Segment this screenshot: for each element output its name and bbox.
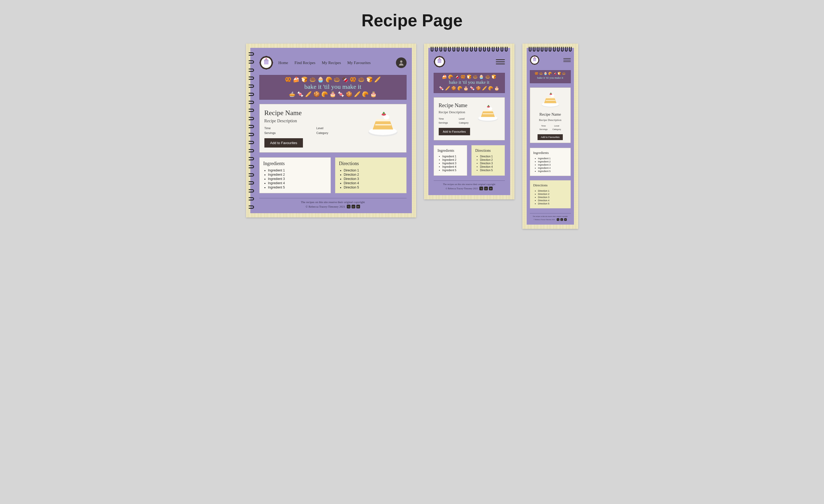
sweets-row-top: 🥨 🍰 🍞 🍩 🧁 🥐 🍩 🍫 🥨 🍩 🍞 🥖 bbox=[261, 77, 405, 82]
meta-servings: Servings bbox=[539, 128, 548, 130]
svg-point-55 bbox=[538, 62, 539, 63]
nav-my-recipes[interactable]: My Recipes bbox=[322, 61, 341, 65]
list-item: Ingredient 1 bbox=[268, 169, 327, 172]
footer-rule bbox=[530, 213, 571, 213]
linkedin-icon[interactable]: in bbox=[564, 218, 567, 221]
footer-copyright: The recipes on this site reserve their o… bbox=[530, 216, 571, 217]
recipe-name: Recipe Name bbox=[537, 112, 563, 117]
list-item: Ingredient 4 bbox=[442, 165, 463, 168]
svg-point-9 bbox=[269, 68, 270, 69]
directions-list: Direction 1 Direction 2 Direction 3 Dire… bbox=[476, 155, 501, 172]
footer-credit: © Rebecca Tracey-Timoney 2021 bbox=[446, 187, 478, 190]
svg-point-6 bbox=[271, 59, 272, 60]
add-to-favourites-button[interactable]: Add to Favourites bbox=[537, 134, 563, 140]
svg-rect-26 bbox=[437, 61, 441, 63]
github-icon[interactable]: ⌥ bbox=[557, 218, 559, 221]
svg-point-5 bbox=[269, 57, 270, 58]
nav-my-favourites[interactable]: My Favourites bbox=[347, 61, 371, 65]
svg-point-37 bbox=[434, 61, 435, 62]
list-item: Ingredient 2 bbox=[268, 173, 327, 177]
svg-point-36 bbox=[434, 64, 435, 65]
add-to-favourites-button[interactable]: Add to Favourites bbox=[265, 138, 303, 147]
github-icon[interactable]: ⌥ bbox=[479, 187, 483, 190]
svg-marker-66 bbox=[546, 97, 554, 98]
hamburger-menu-icon[interactable] bbox=[496, 58, 505, 66]
svg-point-56 bbox=[536, 64, 537, 64]
recipe-meta: Time Level Servings Category bbox=[265, 126, 361, 134]
ingredients-list: Ingredient 1 Ingredient 2 Ingredient 3 I… bbox=[438, 155, 463, 172]
site-logo[interactable] bbox=[530, 55, 539, 65]
nav-home[interactable]: Home bbox=[279, 61, 288, 65]
svg-point-34 bbox=[439, 67, 440, 68]
tablet-mockup: 🍰 🥐 🍫 🥨 🍞 🍩 🧁 🍩 🍞 bake it 'til you make … bbox=[424, 43, 514, 199]
chat-icon[interactable]: ▭ bbox=[351, 205, 355, 208]
svg-point-57 bbox=[534, 64, 535, 65]
banner-tagline: bake it 'til you make it bbox=[531, 76, 570, 79]
footer-copyright: The recipes on this site reserve their o… bbox=[260, 200, 407, 204]
svg-point-29 bbox=[441, 57, 442, 58]
linkedin-icon[interactable]: in bbox=[489, 187, 493, 190]
svg-point-31 bbox=[444, 61, 445, 62]
ingredients-panel: Ingredients Ingredient 1 Ingredient 2 In… bbox=[434, 145, 467, 176]
list-item: Ingredient 1 bbox=[538, 157, 567, 160]
svg-point-51 bbox=[534, 55, 535, 56]
recipe-description: Recipe Description bbox=[537, 118, 563, 121]
list-item: Direction 3 bbox=[480, 162, 501, 165]
linkedin-icon[interactable]: in bbox=[356, 205, 360, 208]
svg-point-58 bbox=[532, 64, 533, 64]
add-to-favourites-button[interactable]: Add to Favourites bbox=[439, 128, 470, 135]
list-item: Ingredient 5 bbox=[442, 169, 463, 172]
list-item: Direction 1 bbox=[344, 169, 403, 172]
svg-point-61 bbox=[530, 58, 531, 59]
svg-point-39 bbox=[436, 57, 437, 58]
list-item: Direction 3 bbox=[538, 196, 567, 199]
chat-icon[interactable]: ▭ bbox=[484, 187, 488, 190]
svg-rect-21 bbox=[375, 124, 391, 125]
sweets-row-top: 🥨 🍩 🧁 🥐 🍫 🍞 🍩 bbox=[531, 72, 570, 75]
nav-find-recipes[interactable]: Find Recipes bbox=[294, 61, 315, 65]
directions-list: Direction 1 Direction 2 Direction 3 Dire… bbox=[533, 190, 567, 205]
svg-marker-43 bbox=[483, 110, 493, 111]
ingredients-list: Ingredient 1 Ingredient 2 Ingredient 3 I… bbox=[263, 169, 327, 189]
site-logo[interactable] bbox=[260, 56, 273, 70]
svg-point-35 bbox=[436, 66, 437, 67]
ingredients-list: Ingredient 1 Ingredient 2 Ingredient 3 I… bbox=[533, 157, 567, 173]
hamburger-menu-icon[interactable] bbox=[563, 57, 571, 63]
svg-point-60 bbox=[530, 60, 531, 61]
svg-point-28 bbox=[439, 56, 440, 57]
svg-rect-44 bbox=[483, 113, 494, 114]
directions-panel: Directions Direction 1 Direction 2 Direc… bbox=[335, 158, 407, 193]
meta-level: Level bbox=[316, 126, 361, 130]
list-item: Direction 1 bbox=[480, 155, 501, 158]
spiral-binding bbox=[249, 48, 254, 213]
list-item: Ingredient 5 bbox=[268, 186, 327, 189]
recipe-image bbox=[540, 90, 561, 109]
svg-point-38 bbox=[434, 59, 435, 60]
meta-category: Category bbox=[459, 121, 474, 124]
banner-tagline: bake it 'til you make it bbox=[261, 83, 405, 90]
list-item: Ingredient 4 bbox=[268, 181, 327, 185]
chat-icon[interactable]: ▭ bbox=[560, 218, 563, 221]
header bbox=[530, 55, 571, 68]
svg-point-16 bbox=[400, 60, 402, 63]
user-avatar[interactable] bbox=[396, 58, 407, 68]
spiral-binding bbox=[527, 47, 574, 52]
recipe-card: Recipe Name Recipe Description Time Leve… bbox=[260, 104, 407, 153]
svg-point-32 bbox=[443, 64, 444, 65]
directions-panel: Directions Direction 1 Direction 2 Direc… bbox=[472, 145, 505, 176]
svg-point-10 bbox=[266, 69, 267, 70]
list-item: Direction 4 bbox=[480, 165, 501, 168]
site-logo[interactable] bbox=[434, 56, 445, 68]
list-item: Ingredient 5 bbox=[538, 170, 567, 173]
svg-rect-2 bbox=[264, 62, 269, 64]
list-item: Ingredient 1 bbox=[442, 155, 463, 158]
footer-credit: © Rebecca Tracey-Timoney 2021 bbox=[534, 219, 555, 220]
list-item: Direction 3 bbox=[344, 177, 403, 181]
footer: The recipes on this site reserve their o… bbox=[530, 216, 571, 221]
svg-point-7 bbox=[272, 62, 273, 63]
recipe-name: Recipe Name bbox=[265, 109, 361, 117]
svg-point-62 bbox=[532, 56, 533, 57]
github-icon[interactable]: ⌥ bbox=[347, 205, 350, 208]
list-item: Ingredient 2 bbox=[538, 160, 567, 163]
banner-tagline: bake it 'til you make it bbox=[435, 80, 504, 85]
